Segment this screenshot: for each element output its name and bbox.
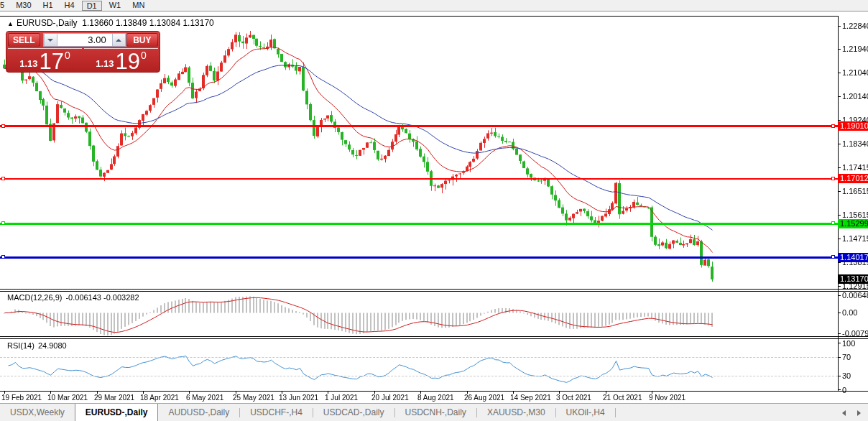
timeframe-button-5[interactable]: 5 (0, 0, 10, 11)
x-axis-date-label: 8 Aug 2021 (417, 394, 454, 402)
hline-handle[interactable] (831, 221, 835, 225)
price-axis-tick (838, 73, 841, 73)
tab-eurusd-daily[interactable]: EURUSD-,Daily (75, 404, 159, 421)
tab-usdx-weekly[interactable]: USDX,Weekly (0, 404, 75, 421)
timeframe-button-w1[interactable]: W1 (103, 0, 127, 11)
rsi-title: RSI(14) (7, 341, 34, 350)
hline-handle[interactable] (831, 255, 835, 259)
chart-top-border (0, 16, 838, 17)
tab-separator (615, 408, 616, 417)
macd-rsi-splitter[interactable] (0, 336, 868, 337)
price-axis-label: 1.20140 (842, 92, 868, 101)
spread-decrease-button[interactable] (44, 34, 57, 46)
tab-usdcad-daily[interactable]: USDCAD-,Daily (313, 404, 394, 421)
x-axis-date-label: 3 Oct 2021 (556, 394, 591, 402)
price-axis-tick (838, 215, 841, 216)
macd-axis-label: 0.006485 (842, 291, 868, 300)
hline-handle[interactable] (1, 221, 5, 225)
up-triangle-icon (116, 39, 121, 42)
hline-handle[interactable] (831, 177, 835, 180)
price-axis-label: 1.21940 (842, 45, 868, 53)
hline-handle[interactable] (1, 124, 5, 128)
chart-macd-splitter[interactable] (0, 289, 868, 290)
sell-button[interactable]: SELL (8, 33, 40, 47)
symbol-marker-icon: ▲ (7, 20, 14, 27)
horizontal-line-1.17012[interactable] (0, 178, 838, 180)
price-axis-tick (838, 26, 841, 27)
quote-ohlc: 1.13660 1.13849 1.13084 1.13170 (82, 18, 214, 28)
price-marker-1.14017: 1.14017 (838, 253, 868, 262)
macd-indicator-label: MACD(12,26,9)-0.006143 -0.003282 (7, 293, 143, 302)
rsi-axis-tick (838, 343, 841, 343)
rsi-axis-tick (838, 376, 841, 376)
tab-usdcnh-daily[interactable]: USDCNH-,Daily (395, 404, 476, 421)
price-marker-1.19010: 1.19010 (838, 121, 868, 131)
x-axis-date-label: 1 Jul 2021 (325, 394, 358, 402)
price-axis-tick (838, 49, 841, 50)
quote-symbol: EURUSD-,Daily (17, 18, 78, 28)
price-axis-label: 1.22840 (842, 22, 868, 30)
horizontal-line-1.1901[interactable] (0, 125, 838, 127)
x-axis-date-label: 13 Jun 2021 (279, 394, 318, 402)
buy-price-pips: 19 (116, 51, 140, 72)
tab-ukoil-h4[interactable]: UKOil-,H4 (556, 404, 615, 421)
buy-button[interactable]: BUY (126, 33, 158, 47)
one-click-trading-panel: SELL BUY 1.13170 1.13190 (6, 31, 160, 73)
hline-handle[interactable] (831, 124, 835, 128)
price-axis-label: 1.21040 (842, 68, 868, 77)
down-triangle-icon (47, 39, 53, 42)
timeframe-button-d1[interactable]: D1 (82, 1, 102, 11)
rsi-level-line-30 (0, 376, 838, 376)
price-axis-label: 1.16515 (842, 187, 868, 195)
x-axis-date-label: 20 Jul 2021 (371, 394, 409, 402)
x-axis-date-label: 6 May 2021 (186, 394, 223, 402)
rsi-top-border (0, 338, 868, 339)
x-axis-date-label: 14 Sep 2021 (510, 394, 551, 402)
x-axis-date-label: 29 Mar 2021 (94, 394, 134, 402)
spread-input[interactable] (57, 34, 112, 46)
price-axis-tick (838, 286, 841, 287)
price-axis-tick (838, 120, 841, 121)
quote-header: ▲EURUSD-,Daily 1.13660 1.13849 1.13084 1… (7, 18, 214, 28)
price-marker-1.15299: 1.15299 (838, 219, 868, 228)
timeframe-button-h1[interactable]: H1 (37, 0, 59, 11)
rsi-axis-label: 100 (842, 339, 855, 348)
rsi-axis-label: 30 (842, 371, 851, 380)
spread-stepper (43, 33, 126, 47)
timeframe-button-h4[interactable]: H4 (59, 0, 80, 11)
tab-usdchf-h4[interactable]: USDCHF-,H4 (240, 404, 313, 421)
hline-handle[interactable] (1, 177, 5, 180)
buy-price-base: 1.13 (96, 58, 114, 69)
price-axis-label: 1.18340 (842, 139, 868, 148)
rsi-axis-tick (838, 357, 841, 358)
sell-price-box[interactable]: 1.13170 (8, 48, 82, 72)
price-marker-1.17012: 1.17012 (838, 174, 868, 183)
x-axis-date-label: 18 Apr 2021 (140, 394, 179, 402)
tab-xauusd-m30[interactable]: XAUUSD-,M30 (477, 404, 555, 421)
timeframe-button-mn[interactable]: MN (126, 0, 150, 11)
horizontal-line-1.14017[interactable] (0, 256, 838, 259)
hline-handle[interactable] (1, 255, 5, 259)
rsi-axis-label: 70 (842, 353, 851, 361)
rsi-axis-tick (838, 389, 841, 390)
sell-price-base: 1.13 (19, 58, 37, 69)
rsi-value: 24.9080 (38, 341, 67, 350)
price-axis-tick (838, 262, 841, 263)
x-axis-date-label: 21 Oct 2021 (603, 394, 642, 402)
tab-audusd-daily[interactable]: AUDUSD-,Daily (158, 404, 239, 421)
price-axis-tick (838, 96, 841, 97)
tab-scroll-right-button[interactable] (857, 410, 861, 416)
tab-scroll-left-button[interactable] (842, 410, 846, 416)
price-axis-label: 1.14715 (842, 234, 868, 243)
macd-axis-tick (838, 295, 841, 296)
macd-title: MACD(12,26,9) (7, 293, 62, 302)
price-axis-tick (838, 167, 841, 168)
spread-increase-button[interactable] (112, 34, 126, 46)
macd-axis-label: 0.00 (842, 308, 857, 317)
x-axis-date-label: 9 Nov 2021 (649, 394, 685, 402)
buy-price-box[interactable]: 1.13190 (84, 48, 158, 72)
horizontal-line-1.15299[interactable] (0, 223, 838, 225)
price-axis-tick (838, 191, 841, 192)
rsi-bottom-border (0, 391, 868, 392)
timeframe-button-m30[interactable]: M30 (10, 0, 37, 11)
